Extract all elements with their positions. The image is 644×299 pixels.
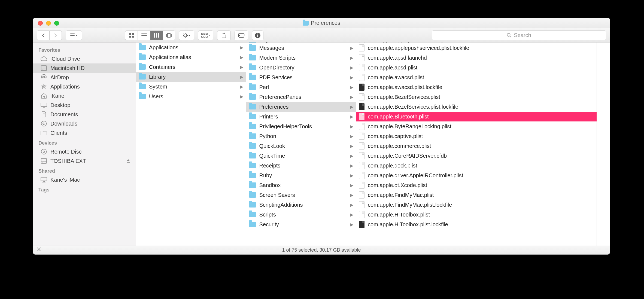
file-row-com-apple-captive-plist[interactable]: com.apple.captive.plist [356,131,597,141]
title-bar[interactable]: Preferences [33,18,610,28]
sidebar-item-ikane[interactable]: iKane [33,91,136,100]
file-icon [359,44,364,51]
folder-row-pdf-services[interactable]: PDF Services▶ [246,72,356,82]
row-label: com.apple.FindMyMac.plist [368,192,434,198]
file-row-com-apple-awacsd-plist-lockfile[interactable]: com.apple.awacsd.plist.lockfile [356,82,597,92]
folder-row-applications-alias[interactable]: Applications alias▶ [136,52,246,62]
arrange-menu[interactable] [66,30,82,40]
sidebar-item-macintosh-hd[interactable]: Macintosh HD [33,63,136,73]
sidebar-item-clients[interactable]: Clients [33,128,136,138]
toolbar: Search [33,28,610,42]
column-2[interactable]: Logs▶Messages▶Modem Scripts▶OpenDirector… [246,42,357,246]
folder-row-python[interactable]: Python▶ [246,131,356,141]
file-row-com-apple-coreraidserver-cfdb[interactable]: com.apple.CoreRAIDServer.cfdb [356,151,597,161]
file-row-com-apple-bezelservices-plist[interactable]: com.apple.BezelServices.plist [356,92,597,102]
tags-button[interactable] [235,30,248,40]
row-label: Containers [149,64,175,70]
chevron-right-icon: ▶ [350,173,353,178]
eject-icon[interactable] [126,158,130,164]
sidebar[interactable]: FavoritesiCloud DriveMacintosh HDAirDrop… [33,42,136,246]
file-row-com-apple-byterangelocking-plist[interactable]: com.apple.ByteRangeLocking.plist [356,121,597,131]
folder-row-receipts[interactable]: Receipts▶ [246,161,356,170]
group-menu[interactable] [198,30,213,40]
sidebar-section-header: Devices [33,138,136,147]
file-row-com-apple-bluetooth-plist[interactable]: com.apple.Bluetooth.plist [356,112,597,121]
column-view-button[interactable] [150,30,163,40]
file-row-com-apple-dt-xcode-plist[interactable]: com.apple.dt.Xcode.plist [356,180,597,190]
folder-row-system[interactable]: System▶ [136,82,246,91]
svg-point-31 [239,35,240,36]
column-3[interactable]: com.apple.applepushserviced.plistcom.app… [356,42,597,246]
folder-row-scripts[interactable]: Scripts▶ [246,210,356,219]
folder-row-applications[interactable]: Applications▶ [136,42,246,52]
row-label: PDF Services [259,74,293,81]
sidebar-item-toshiba-ext[interactable]: TOSHIBA EXT [33,156,136,166]
file-row-com-apple-findmymac-plist-lockfile[interactable]: com.apple.FindMyMac.plist.lockfile [356,200,597,210]
file-row-com-apple-apsd-plist[interactable]: com.apple.apsd.plist [356,63,597,72]
folder-row-preferencepanes[interactable]: PreferencePanes▶ [246,92,356,102]
share-button[interactable] [217,30,231,40]
folder-row-sandbox[interactable]: Sandbox▶ [246,180,356,190]
file-row-com-apple-awacsd-plist[interactable]: com.apple.awacsd.plist [356,72,597,82]
folder-row-printers[interactable]: Printers▶ [246,112,356,121]
sidebar-item-airdrop[interactable]: AirDrop [33,73,136,82]
window-title-text: Preferences [311,20,340,26]
folder-row-ruby[interactable]: Ruby▶ [246,170,356,180]
folder-icon [249,55,256,60]
sidebar-item-kane-s-imac[interactable]: Kane's iMac [33,175,136,184]
coverflow-view-button[interactable] [163,30,175,40]
path-toggle-icon[interactable] [37,247,41,253]
sidebar-item-remote-disc[interactable]: Remote Disc [33,147,136,156]
status-text: 1 of 75 selected, 30.17 GB available [282,247,361,253]
folder-row-messages[interactable]: Messages▶ [246,43,356,53]
sidebar-item-documents[interactable]: Documents [33,110,136,119]
minimize-button[interactable] [46,21,51,26]
folder-row-privilegedhelpertools[interactable]: PrivilegedHelperTools▶ [246,121,356,131]
icon-view-button[interactable] [125,30,138,40]
folder-row-modem-scripts[interactable]: Modem Scripts▶ [246,53,356,63]
file-row-com-apple-applepushserviced-plist-lockfile[interactable]: com.apple.applepushserviced.plist.lockfi… [356,43,597,53]
file-row-com-apple-driver-appleircontroller-plist[interactable]: com.apple.driver.AppleIRController.plist [356,170,597,180]
folder-row-opendirectory[interactable]: OpenDirectory▶ [246,63,356,72]
svg-rect-34 [257,35,258,37]
file-row-com-apple-hitoolbox-plist[interactable]: com.apple.HIToolbox.plist [356,210,597,219]
folder-row-users[interactable]: Users▶ [136,91,246,101]
chevron-right-icon: ▶ [350,65,353,70]
svg-rect-52 [127,162,130,163]
forward-button[interactable] [49,30,62,40]
action-menu[interactable] [179,30,194,40]
column-1[interactable]: Applications▶Applications alias▶Containe… [136,42,246,246]
file-row-com-apple-bezelservices-plist-lockfile[interactable]: com.apple.BezelServices.plist.lockfile [356,102,597,112]
info-button[interactable] [252,30,263,40]
list-view-button[interactable] [138,30,150,40]
sidebar-item-desktop[interactable]: Desktop [33,100,136,110]
sidebar-item-applications[interactable]: AApplications [33,82,136,91]
folder-icon [139,54,146,60]
file-row-com-apple-commerce-plist[interactable]: com.apple.commerce.plist [356,141,597,151]
file-icon [359,191,364,199]
info-icon [255,32,261,38]
file-row-com-apple-dock-plist[interactable]: com.apple.dock.plist [356,161,597,170]
folder-row-quicktime[interactable]: QuickTime▶ [246,151,356,161]
folder-row-scriptingadditions[interactable]: ScriptingAdditions▶ [246,200,356,210]
folder-row-preferences[interactable]: Preferences▶ [246,102,356,112]
file-row-com-apple-findmymac-plist[interactable]: com.apple.FindMyMac.plist [356,190,597,200]
search-field[interactable]: Search [432,30,606,40]
folder-icon [303,21,309,26]
zoom-button[interactable] [54,21,59,26]
close-button[interactable] [38,21,43,26]
sidebar-item-icloud-drive[interactable]: iCloud Drive [33,54,136,63]
folder-row-perl[interactable]: Perl▶ [246,82,356,92]
file-row-com-apple-apsd-launchd[interactable]: com.apple.apsd.launchd [356,53,597,63]
folder-row-security[interactable]: Security▶ [246,219,356,229]
folder-row-screen-savers[interactable]: Screen Savers▶ [246,190,356,200]
chevron-right-icon: ▶ [240,84,243,89]
folder-row-containers[interactable]: Containers▶ [136,62,246,72]
file-row-com-apple-hitoolbox-plist-lockfile[interactable]: com.apple.HIToolbox.plist.lockfile [356,219,597,229]
folder-row-quicklook[interactable]: QuickLook▶ [246,141,356,151]
svg-rect-49 [41,158,47,163]
folder-row-library[interactable]: Library▶ [136,72,246,82]
chevron-right-icon [54,33,57,38]
back-button[interactable] [37,30,49,40]
sidebar-item-downloads[interactable]: Downloads [33,119,136,128]
